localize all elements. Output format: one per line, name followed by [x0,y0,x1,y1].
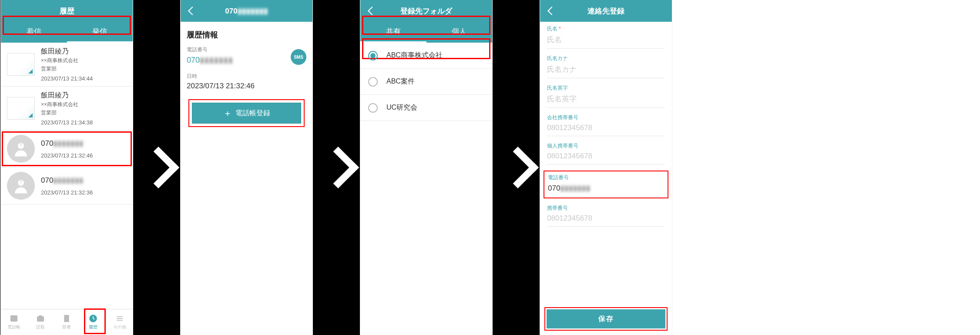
avatar-unknown-icon: ? [7,172,35,200]
field-company-mobile[interactable]: 会社携帯番号 08012345678 [547,114,665,136]
field-label: 電話番号 [548,174,664,181]
field-name-kana[interactable]: 氏名カナ 氏名カナ [547,55,665,78]
field-name-en[interactable]: 氏名英字 氏名英字 [547,84,665,108]
radio-selected-icon [368,51,378,60]
call-time: 2023/07/13 21:32:36 [41,189,127,196]
folder-option[interactable]: UC研究会 [360,95,492,121]
page-title: 連絡先登録 [540,0,672,22]
field-label: 氏名英字 [547,84,665,92]
screen-contact-register: 連絡先登録 氏名* 氏名 氏名カナ 氏名カナ 氏名英字 氏名英字 会社携帯番号 … [540,0,672,335]
unknown-number: 070▮▮▮▮▮▮▮ [41,139,127,148]
field-input[interactable]: 08012345678 [547,122,665,136]
call-time: 2023/07/13 21:34:38 [41,119,127,126]
call-time: 2023/07/13 21:34:44 [41,75,127,82]
phone-value: 070▮▮▮▮▮▮▮ [187,55,306,65]
nav-dept[interactable]: 部署 [54,309,80,335]
svg-point-9 [39,318,42,320]
list-item[interactable]: 飯田綾乃 ××商事株式会社 営業部 2023/07/13 21:34:38 [1,87,133,131]
field-label: 会社携帯番号 [547,114,665,121]
page-title: 070▮▮▮▮▮▮▮ [181,0,312,22]
sms-icon: SMS [294,55,303,60]
nav-scan[interactable]: 読取 [27,309,54,335]
chevron-right-icon [326,148,347,187]
list-item[interactable]: ? 070▮▮▮▮▮▮▮ 2023/07/13 21:32:46 [1,131,133,168]
history-list: 飯田綾乃 ××商事株式会社 営業部 2023/07/13 21:34:44 飯田… [1,43,133,309]
button-label: 電話帳登録 [235,109,270,118]
contact-card-thumb [7,53,35,76]
radio-icon [368,77,378,87]
field-input[interactable]: 070▮▮▮▮▮▮▮ [548,182,664,197]
nav-label: その他 [113,324,126,330]
field-personal-mobile[interactable]: 個人携帯番号 08012345678 [547,142,665,164]
tab-shared[interactable]: 共有 [360,22,426,43]
field-label: 携帯番号 [547,204,665,212]
step-arrow [133,0,181,335]
unknown-number: 070▮▮▮▮▮▮▮ [41,176,127,185]
chevron-right-icon [506,148,527,187]
tab-outgoing[interactable]: 発信 [67,22,133,43]
field-label: 氏名カナ [547,55,665,62]
screen-history: 履歴 着信 発信 飯田綾乃 ××商事株式会社 営業部 2023/07/13 21… [1,0,133,335]
save-button[interactable]: 保存 [547,309,665,328]
contact-card-thumb [7,97,35,120]
screen-history-detail: 070▮▮▮▮▮▮▮ 履歴情報 電話番号 070▮▮▮▮▮▮▮ SMS 日時 2… [181,0,312,335]
back-button[interactable] [187,6,196,16]
folder-label: UC研究会 [386,103,417,112]
folder-label: ABC案件 [386,77,415,86]
nav-label: 読取 [36,324,45,330]
contact-name: 飯田綾乃 [41,47,127,56]
field-input[interactable]: 08012345678 [547,151,665,164]
field-input[interactable]: 氏名 [547,34,665,49]
register-phonebook-button[interactable]: ＋ 電話帳登録 [192,103,301,124]
nav-label: 履歴 [89,324,97,330]
radio-icon [368,103,378,113]
contact-company: ××商事株式会社 [41,57,127,64]
required-mark: * [559,26,561,32]
bottom-nav: 電話帳 読取 部署 履歴 その他 [1,309,133,335]
field-mobile[interactable]: 携帯番号 08012345678 [547,204,665,227]
page-title: 登録先フォルダ [360,0,492,22]
folder-tabs: 共有 個人 [360,22,492,43]
sms-button[interactable]: SMS [291,49,306,65]
list-item[interactable]: ? 070▮▮▮▮▮▮▮ 2023/07/13 21:32:36 [1,168,133,204]
svg-text:?: ? [20,179,22,184]
call-time: 2023/07/13 21:32:46 [41,152,127,159]
contact-dept: 営業部 [41,65,127,73]
clock-icon [87,314,99,323]
folder-list: ABC商事株式会社 ABC案件 UC研究会 [360,43,492,335]
nav-contacts[interactable]: 電話帳 [1,309,27,335]
field-input[interactable]: 氏名カナ [547,63,665,78]
tab-incoming[interactable]: 着信 [1,22,67,43]
phone-label: 電話番号 [187,46,306,54]
date-value: 2023/07/13 21:32:46 [187,82,306,90]
page-title: 履歴 [1,0,133,22]
svg-rect-11 [64,315,69,322]
svg-rect-10 [39,315,42,317]
nav-label: 部署 [62,324,71,330]
history-tabs: 着信 発信 [1,22,133,43]
back-button[interactable] [546,6,556,16]
field-input[interactable]: 08012345678 [547,213,665,227]
back-button[interactable] [366,6,376,16]
field-phone[interactable]: 電話番号 070▮▮▮▮▮▮▮ [544,171,668,198]
avatar-unknown-icon: ? [7,135,35,163]
tab-personal[interactable]: 個人 [426,22,493,43]
contact-name: 飯田綾乃 [41,91,127,100]
field-name[interactable]: 氏名* 氏名 [547,25,665,49]
step-arrow [312,0,360,335]
nav-more[interactable]: その他 [106,309,133,335]
step-arrow [492,0,540,335]
date-label: 日時 [187,73,306,80]
list-item[interactable]: 飯田綾乃 ××商事株式会社 営業部 2023/07/13 21:34:44 [1,43,133,87]
folder-option[interactable]: ABC案件 [360,69,492,95]
field-label: 氏名 [547,26,557,32]
folder-option[interactable]: ABC商事株式会社 [360,43,492,69]
register-form: 氏名* 氏名 氏名カナ 氏名カナ 氏名英字 氏名英字 会社携帯番号 080123… [540,22,672,304]
folder-label: ABC商事株式会社 [386,51,443,60]
nav-history[interactable]: 履歴 [80,309,107,335]
contacts-icon [8,314,20,323]
svg-text:?: ? [20,142,22,147]
field-input[interactable]: 氏名英字 [547,93,665,108]
screen-folder-select: 登録先フォルダ 共有 個人 ABC商事株式会社 ABC案件 UC研究会 [360,0,492,335]
nav-label: 電話帳 [7,324,20,330]
